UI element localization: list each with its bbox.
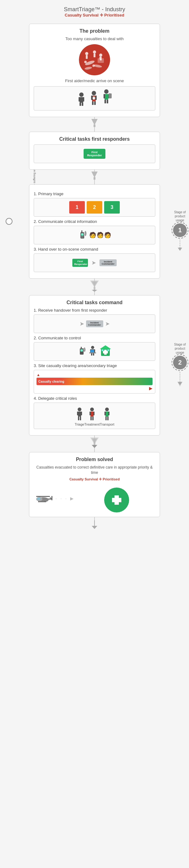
svg-point-77 bbox=[90, 407, 94, 411]
step3-label: 3. Hand over to on-scene command bbox=[34, 247, 155, 252]
role-transport-label: Transport bbox=[100, 423, 114, 426]
radio-icon bbox=[78, 229, 87, 241]
page-wrapper: How to prioritise survival & minimise su… bbox=[0, 0, 189, 544]
svg-rect-75 bbox=[78, 416, 79, 420]
s2-roles-box: Triage Treatment bbox=[34, 403, 155, 429]
handover-icons: FirstResponder ➤ IncidentCommander bbox=[72, 259, 117, 267]
comm-icons: 🧑 🧑 🧑 bbox=[78, 229, 111, 241]
first-responder-card: First Responder bbox=[84, 149, 105, 159]
role-treatment: Treatment bbox=[84, 407, 100, 426]
casualty-circle bbox=[79, 44, 110, 75]
svg-rect-44 bbox=[81, 230, 82, 232]
svg-rect-24 bbox=[95, 96, 97, 100]
svg-rect-33 bbox=[107, 100, 108, 103]
svg-rect-35 bbox=[93, 125, 96, 127]
svg-rect-15 bbox=[79, 97, 80, 101]
role-transport: Transport bbox=[100, 407, 114, 426]
svg-point-12 bbox=[84, 66, 92, 70]
s2-handover-box: ➤ IncidentCommander ➤ bbox=[34, 314, 155, 333]
stage2-number: 2 bbox=[178, 359, 182, 366]
svg-rect-72 bbox=[78, 411, 81, 416]
svg-point-4 bbox=[99, 54, 102, 57]
first-responders-icons bbox=[34, 86, 155, 111]
header-subtitle: Casualty Survival ✛ Prioritised bbox=[0, 13, 189, 18]
s2-step4-label: 4. Delegate critical roles bbox=[34, 396, 155, 401]
critical-tasks-title: Critical tasks first responders bbox=[34, 136, 155, 142]
svg-marker-39 bbox=[178, 248, 182, 251]
svg-rect-56 bbox=[81, 347, 82, 349]
s2-handover-icons: ➤ IncidentCommander ➤ bbox=[80, 320, 110, 327]
s2-step3-label: 3. Site casualty clearing area/secondary… bbox=[34, 363, 155, 368]
svg-rect-88 bbox=[107, 416, 109, 420]
solution-subtitle: Casualties evacuated to correct definiti… bbox=[34, 465, 155, 475]
svg-point-13 bbox=[79, 92, 84, 97]
clearing-bar: Casualty clearing bbox=[36, 378, 153, 385]
control-person bbox=[88, 346, 97, 358]
fr-line1: First bbox=[87, 151, 102, 154]
clearing-bar-wrapper: ▲ Casualty clearing ▶ bbox=[34, 370, 155, 394]
triage-num2: 2 bbox=[93, 205, 96, 210]
svg-point-7 bbox=[84, 61, 87, 63]
bottom-arrow bbox=[29, 520, 160, 531]
roles-row: Triage Treatment bbox=[75, 407, 114, 426]
s2-comm-icons bbox=[78, 345, 111, 358]
triage-num1: 1 bbox=[76, 205, 79, 210]
svg-rect-41 bbox=[81, 233, 84, 236]
triage-cards-box: 1 2 3 bbox=[34, 198, 155, 217]
fr-line2: Responder bbox=[87, 154, 102, 157]
arrow3 bbox=[29, 280, 160, 293]
smart-triage-circle bbox=[6, 218, 12, 225]
triage-num3: 3 bbox=[111, 205, 113, 210]
svg-rect-64 bbox=[90, 350, 94, 352]
svg-rect-16 bbox=[83, 97, 84, 101]
step2-label: 2. Communicate critical information bbox=[34, 219, 155, 224]
svg-rect-9 bbox=[99, 57, 100, 59]
header: SmartTriage™ - Industry Casualty Surviva… bbox=[0, 6, 189, 18]
svg-rect-86 bbox=[108, 411, 109, 415]
solution-tagline: Casualty Survival ✛ Prioritised bbox=[34, 477, 155, 481]
svg-rect-98 bbox=[47, 498, 52, 500]
svg-rect-82 bbox=[92, 416, 93, 420]
svg-point-11 bbox=[92, 64, 95, 67]
arrow-to-icon: ➤ bbox=[105, 320, 110, 327]
svg-rect-1 bbox=[86, 55, 88, 59]
arrow-from-icon: ➤ bbox=[80, 320, 84, 327]
svg-marker-34 bbox=[91, 119, 98, 125]
triage-card-yellow: 2 bbox=[87, 201, 102, 214]
svg-rect-62 bbox=[93, 353, 94, 355]
svg-rect-87 bbox=[105, 416, 107, 420]
svg-rect-100 bbox=[36, 496, 50, 497]
svg-point-83 bbox=[105, 407, 109, 411]
s2-step1-label: 1. Receive handover from first responder bbox=[34, 308, 155, 313]
svg-point-27 bbox=[104, 89, 109, 94]
stage1-label: Stage ofproductusage 1 bbox=[166, 210, 189, 253]
person1-icon bbox=[77, 92, 86, 108]
solution-box: Problem solved Casualties evacuated to c… bbox=[29, 452, 160, 517]
svg-rect-8 bbox=[98, 58, 104, 63]
triage-card-green: 3 bbox=[104, 201, 120, 214]
person2-icon bbox=[89, 91, 99, 108]
section1-box: Stage ofproductusage 1 1. Primary triage bbox=[29, 184, 160, 279]
svg-rect-84 bbox=[105, 411, 109, 416]
svg-rect-101 bbox=[51, 496, 52, 500]
section2-box: Stage ofproductusage 2 Critical tasks co… bbox=[29, 295, 160, 436]
fr-vest: FirstResponder bbox=[72, 259, 88, 267]
svg-rect-55 bbox=[80, 349, 83, 351]
svg-rect-31 bbox=[109, 93, 112, 98]
svg-point-43 bbox=[83, 236, 84, 237]
triage-cards: 1 2 3 bbox=[69, 201, 120, 214]
ic-vest: IncidentCommander bbox=[100, 259, 117, 266]
svg-rect-78 bbox=[90, 411, 93, 416]
triage-card-red: 1 bbox=[69, 201, 85, 214]
stage1-number: 1 bbox=[178, 227, 182, 234]
section2-title: Critical tasks command bbox=[34, 300, 155, 305]
svg-rect-3 bbox=[93, 54, 96, 57]
svg-marker-94 bbox=[92, 445, 97, 448]
svg-marker-36 bbox=[91, 172, 98, 178]
hospital-circle bbox=[104, 488, 129, 513]
travel-dots: · · · ▶ bbox=[55, 496, 75, 501]
scene-text: First aider/medic arrive on scene bbox=[34, 79, 155, 83]
first-responder-card-box: First Responder bbox=[34, 145, 155, 163]
s2-ic-vest: IncidentCommander bbox=[86, 320, 103, 327]
s2-step2-label: 2. Communicate to control bbox=[34, 336, 155, 340]
